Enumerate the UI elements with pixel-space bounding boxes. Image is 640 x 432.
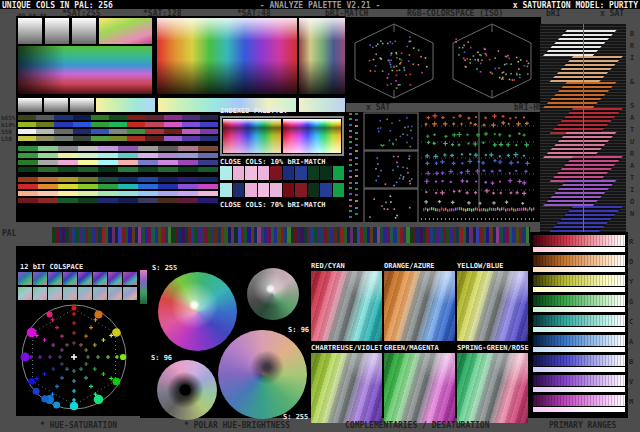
sphere1-label: S: 255 <box>152 264 177 273</box>
primary-range-strip <box>533 315 625 326</box>
gradient-strip <box>18 115 218 120</box>
sat48-gradient-panel <box>299 18 345 94</box>
strip-cell <box>138 167 158 172</box>
strip-cell <box>38 177 58 182</box>
close-cols-70-label: CLOSE COLS: 70% bRI-MATCH <box>220 201 325 210</box>
gradient-strip <box>18 198 218 203</box>
primary-range-tint <box>533 347 625 352</box>
strip-cell <box>98 191 118 196</box>
complementary-gradient <box>457 271 528 341</box>
colspace12-title: 12 bIT COLSPACE <box>20 263 83 272</box>
hue-saturation-wheel <box>16 298 140 416</box>
strip-cell <box>198 160 218 165</box>
sat128-gradient-panel <box>157 18 297 94</box>
gray-ramp-tile <box>18 98 42 112</box>
primary-range-strip <box>533 335 625 346</box>
strip-cell <box>178 160 198 165</box>
strip-cell <box>78 167 98 172</box>
strip-cell <box>98 177 118 182</box>
primary-range-tint <box>533 327 625 332</box>
strip-cell <box>98 153 118 158</box>
footer-primary-ranges: PRIMARY RANGES <box>549 421 616 430</box>
color-swatch <box>233 183 245 197</box>
color-swatch <box>283 183 295 197</box>
strip-cell <box>38 184 58 189</box>
primary-range-letter: R <box>629 238 633 246</box>
primary-range-tint <box>533 367 625 372</box>
strip-cell <box>178 198 198 203</box>
close-cols-row-2 <box>220 183 344 197</box>
brihue-scatter-plot <box>421 112 535 212</box>
strip-cell <box>145 115 163 120</box>
strip-cell <box>54 129 72 134</box>
strip-cell <box>109 115 127 120</box>
gradient-strip <box>18 129 218 134</box>
primary-range-tint <box>533 287 625 292</box>
strip-cell <box>58 153 78 158</box>
strip-cell <box>145 129 163 134</box>
footer-hue-saturation: * HUE-SATURATION <box>40 421 117 430</box>
complementary-label: ORANGE/AZURE <box>384 262 435 270</box>
strip-cell <box>38 146 58 151</box>
color-swatch <box>320 183 332 197</box>
strip-cell <box>118 167 138 172</box>
strip-cell <box>178 184 198 189</box>
color-swatch <box>270 183 282 197</box>
strip-cell <box>98 198 118 203</box>
strip-cell <box>178 191 198 196</box>
color-swatch <box>233 166 245 180</box>
strip-cell <box>38 167 58 172</box>
strip-cell <box>58 191 78 196</box>
colspace12-tile <box>123 272 137 285</box>
strip-cell <box>198 198 218 203</box>
strip-cell <box>138 191 158 196</box>
primary-range-letter: O <box>629 258 633 266</box>
strip-cell <box>78 184 98 189</box>
strip-cell <box>164 129 182 134</box>
strip-cell <box>118 160 138 165</box>
strip-cell <box>18 129 36 134</box>
strip-cell <box>200 115 218 120</box>
strip-cell <box>164 136 182 141</box>
color-swatch <box>245 166 257 180</box>
strip-cell <box>118 146 138 151</box>
strip-cell <box>158 184 178 189</box>
strip-cell <box>182 129 200 134</box>
complementary-label: RED/CYAN <box>311 262 345 270</box>
strip-cell <box>54 136 72 141</box>
title-bar: UNIQUE COLS IN PAL: 256 - ANALYZE PALETT… <box>0 0 640 9</box>
color-swatch <box>270 166 282 180</box>
strip-cell <box>78 146 98 151</box>
strip-cell <box>18 167 38 172</box>
strip-cell <box>38 191 58 196</box>
iso-cube-scatter-1 <box>347 18 441 102</box>
strip-cell <box>18 198 38 203</box>
strip-cell <box>178 167 198 172</box>
complementary-label: CHARTREUSE/VIOLET <box>311 344 383 352</box>
color-swatch <box>295 166 307 180</box>
strip-cell <box>18 153 38 158</box>
strip-cell <box>38 153 58 158</box>
gray-ramp-tile <box>45 18 69 44</box>
primary-range-letter: Y <box>629 278 633 286</box>
strip-cell <box>127 122 145 127</box>
complementary-label: SPRING-GREEN/ROSE <box>457 344 529 352</box>
mini-ramp <box>140 270 147 304</box>
pal-bar <box>526 227 529 243</box>
strip-cell <box>138 146 158 151</box>
strip-cell <box>36 136 54 141</box>
strip-cell <box>73 129 91 134</box>
strip-cell <box>36 115 54 120</box>
strip-cell <box>54 122 72 127</box>
complementary-gradient <box>311 271 382 341</box>
strip-cell <box>138 198 158 203</box>
strip-cell <box>98 167 118 172</box>
strip-cell <box>73 122 91 127</box>
strip-cell <box>127 129 145 134</box>
strip-cell <box>158 153 178 158</box>
colspace12-tile <box>93 272 107 285</box>
footer-complementaries: COMPLEMENTARIES / DESATURATION <box>345 421 490 430</box>
color-swatch <box>320 166 332 180</box>
strip-cell <box>127 115 145 120</box>
gray-ramp-tile <box>44 98 68 112</box>
